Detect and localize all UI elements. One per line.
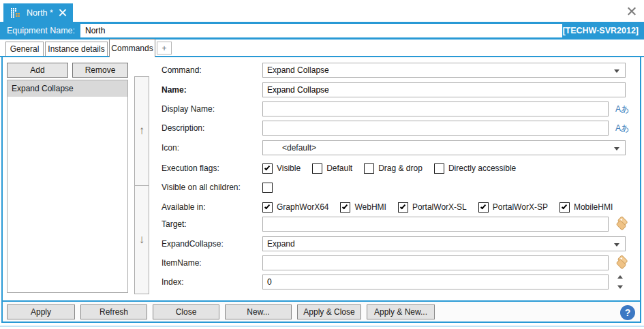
description-label: Description: (162, 121, 261, 136)
icon-dropdown-value: <default> (282, 143, 316, 153)
frame-line-footer-divider (1, 300, 641, 302)
spinner-up-icon[interactable] (617, 275, 623, 279)
visible-all-children-label: Visible on all children: (162, 180, 261, 195)
visible-all-children-checkbox[interactable] (262, 183, 273, 193)
available-portalworx-sp[interactable]: PortalWorX-SP (478, 202, 548, 213)
flag-default[interactable]: Default (312, 163, 352, 174)
up-arrow-icon: ↑ (139, 124, 145, 138)
refresh-button[interactable]: Refresh (80, 304, 147, 319)
checkbox-unchecked-icon[interactable] (434, 163, 444, 174)
reorder-strip: ↑ ↓ (134, 76, 149, 294)
tab-general[interactable]: General (5, 42, 44, 56)
frame-line-right (640, 56, 641, 323)
tab-commands[interactable]: Commands (109, 39, 155, 57)
document-tab-title: North * (27, 8, 53, 18)
execution-flags-group: Visible Default Drag & drop Directly acc… (262, 162, 516, 174)
remove-command-button[interactable]: Remove (72, 63, 128, 78)
move-down-button[interactable]: ↓ (135, 186, 149, 294)
equipment-icon (10, 7, 21, 18)
checkbox-checked-icon[interactable] (398, 202, 408, 213)
apply-button[interactable]: Apply (7, 304, 75, 319)
chevron-down-icon (614, 69, 619, 73)
available-in-label: Available in: (162, 200, 261, 215)
expand-collapse-dropdown-value: Expand (267, 239, 295, 249)
command-list[interactable]: Expand Collapse (7, 80, 128, 293)
document-tab-north[interactable]: North * (3, 3, 73, 22)
icon-dropdown[interactable]: <default> (262, 140, 626, 155)
index-label: Index: (162, 275, 261, 289)
help-icon: ? (625, 307, 631, 318)
checkbox-checked-icon[interactable] (340, 202, 350, 213)
name-input[interactable] (262, 82, 626, 97)
equipment-name-label: Equipment Name: (7, 22, 75, 40)
display-name-label: Display Name: (162, 101, 261, 116)
available-graphworx64[interactable]: GraphWorX64 (262, 202, 328, 213)
target-label: Target: (162, 217, 261, 232)
checkbox-unchecked-icon[interactable] (364, 163, 374, 174)
new-button[interactable]: New... (225, 304, 292, 319)
checkbox-checked-icon[interactable] (478, 202, 489, 213)
checkbox-unchecked-icon[interactable] (312, 163, 322, 174)
equipment-editor-window: North * Equipment Name: [TECHW-SVR2012] … (0, 0, 644, 329)
item-name-input[interactable] (262, 255, 609, 270)
checkbox-checked-icon[interactable] (262, 202, 273, 213)
checkbox-checked-icon[interactable] (559, 202, 570, 213)
target-input[interactable] (262, 217, 609, 232)
description-input[interactable] (262, 121, 609, 136)
window-bottom-accent (0, 326, 644, 327)
close-button[interactable]: Close (153, 304, 219, 319)
command-label: Command: (162, 63, 261, 78)
server-name-badge: [TECHW-SVR2012] (562, 22, 639, 40)
tag-browse-icon[interactable] (613, 217, 628, 232)
checkbox-checked-icon[interactable] (262, 163, 273, 174)
frame-line-top (0, 56, 644, 57)
flag-drag-drop[interactable]: Drag & drop (364, 163, 423, 174)
document-tabbar: North * (0, 0, 644, 22)
command-dropdown[interactable]: Expand Collapse (262, 63, 626, 78)
available-mobilehmi[interactable]: MobileHMI (559, 202, 613, 213)
execution-flags-label: Execution flags: (162, 161, 261, 176)
index-spinner (615, 275, 626, 289)
frame-line-bottom (1, 322, 641, 323)
available-in-group: GraphWorX64 WebHMI PortalWorX-SL PortalW… (262, 201, 613, 213)
command-dropdown-value: Expand Collapse (267, 65, 329, 75)
visible-all-children-group (262, 181, 273, 193)
apply-new-button[interactable]: Apply & New... (367, 304, 435, 319)
chevron-down-icon (614, 147, 619, 151)
down-arrow-icon: ↓ (139, 233, 145, 247)
available-portalworx-sl[interactable]: PortalWorX-SL (398, 202, 467, 213)
window-close-icon[interactable] (627, 6, 637, 16)
tab-instance-details[interactable]: Instance details (45, 42, 108, 56)
move-up-button[interactable]: ↑ (135, 77, 149, 186)
footer-bar: Apply Refresh Close New... Apply & Close… (3, 302, 640, 322)
chevron-down-icon (614, 243, 619, 247)
item-name-label: ItemName: (162, 255, 261, 270)
apply-close-button[interactable]: Apply & Close (297, 304, 361, 319)
command-list-item[interactable]: Expand Collapse (7, 80, 127, 97)
flag-directly-accessible[interactable]: Directly accessible (434, 163, 516, 174)
tag-browse-icon[interactable] (613, 255, 628, 270)
frame-line-left (1, 56, 3, 323)
flag-visible[interactable]: Visible (262, 163, 301, 174)
tab-close-icon[interactable] (59, 9, 66, 16)
expand-collapse-label: ExpandCollapse: (162, 236, 261, 251)
equipment-name-input[interactable] (80, 24, 562, 37)
localize-icon[interactable]: Aあ (615, 121, 632, 136)
tab-add-icon[interactable]: + (157, 42, 172, 54)
available-webhmi[interactable]: WebHMI (340, 202, 386, 213)
expand-collapse-dropdown[interactable]: Expand (262, 236, 626, 251)
name-label: Name: (162, 82, 261, 97)
index-input[interactable] (262, 275, 609, 289)
display-name-input[interactable] (262, 101, 609, 116)
checkbox-unchecked-icon[interactable] (262, 183, 273, 193)
spinner-down-icon[interactable] (617, 285, 623, 289)
add-command-button[interactable]: Add (7, 63, 68, 78)
localize-icon[interactable]: Aあ (615, 101, 632, 116)
equipment-name-bar: Equipment Name: [TECHW-SVR2012] (0, 22, 644, 40)
page-tab-row: General Instance details Commands + (0, 40, 644, 57)
help-button[interactable]: ? (620, 305, 635, 320)
icon-label: Icon: (162, 140, 261, 155)
